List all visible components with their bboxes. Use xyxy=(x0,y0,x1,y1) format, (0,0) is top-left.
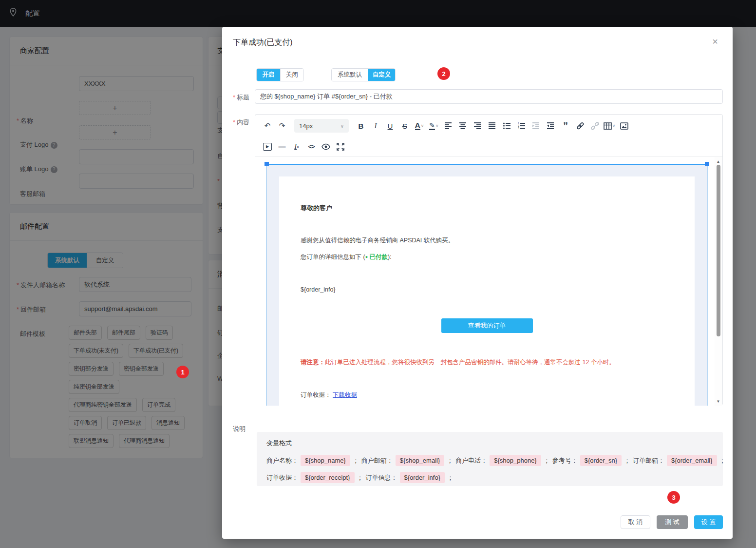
subject-label: *标题 xyxy=(233,93,249,102)
preview-details: 您订单的详细信息如下 (● 已付款): xyxy=(301,253,392,261)
scroll-up-icon[interactable]: ▲ xyxy=(715,158,722,165)
annotation-badge-2: 2 xyxy=(437,67,450,80)
download-receipt-link[interactable]: 下载收据 xyxy=(333,391,357,398)
undo-icon[interactable]: ↶ xyxy=(261,119,274,132)
horizontal-rule-icon[interactable]: — xyxy=(276,140,288,153)
font-size-select[interactable]: 14px∨ xyxy=(294,119,349,133)
rich-text-editor: ↶ ↷ 14px∨ B I U S A∨ ✎∨ 123 ” ∨ ▶ — xyxy=(255,114,723,406)
insert-table-icon[interactable]: ∨ xyxy=(603,119,616,132)
paid-dot: ● xyxy=(365,254,368,259)
variable-pill: ${shop_phone} xyxy=(490,455,541,466)
variable-text: 订单信息： xyxy=(366,473,397,482)
mode-system-default[interactable]: 系统默认 xyxy=(332,69,368,81)
editor-toolbar-row2: ▶ — Ix <> xyxy=(255,137,722,157)
variable-text: ； xyxy=(624,456,630,465)
bulleted-list-icon[interactable] xyxy=(501,119,513,132)
variable-text: ； xyxy=(544,456,550,465)
selected-email-block[interactable]: 尊敬的客户 感谢您从值得信赖的电子商务经销商 APSDAI 软代购买。 您订单的… xyxy=(266,164,708,406)
variable-text: 订单邮箱： xyxy=(633,456,664,465)
preview-notice: 请注意：此订单已进入处理流程，您将很快收到另一封包含产品密钥的邮件。请耐心等待，… xyxy=(301,358,615,367)
highlight-color-icon[interactable]: ✎∨ xyxy=(428,119,440,132)
chevron-down-icon: ∨ xyxy=(612,123,616,128)
variable-pill: ${order_sn} xyxy=(580,455,622,466)
variables-line-2: 订单收据：${order_receipt}；订单信息：${order_info}… xyxy=(266,472,454,483)
test-button[interactable]: 测 试 xyxy=(657,515,688,529)
mode-custom[interactable]: 自定义 xyxy=(368,69,395,81)
mode-toggle: 系统默认 自定义 xyxy=(331,68,396,81)
chevron-down-icon: ∨ xyxy=(421,123,424,128)
underline-icon[interactable]: U xyxy=(384,119,397,132)
variable-pill: ${order_email} xyxy=(667,455,717,466)
editor-toolbar-row1: ↶ ↷ 14px∨ B I U S A∨ ✎∨ 123 ” ∨ xyxy=(255,115,722,137)
strikethrough-icon[interactable]: S xyxy=(398,119,411,132)
chevron-down-icon: ∨ xyxy=(435,123,439,128)
enable-toggle: 开启 关闭 xyxy=(256,68,304,81)
insert-image-icon[interactable] xyxy=(618,119,630,132)
variable-text: ； xyxy=(447,473,454,482)
variable-text: ； xyxy=(357,473,363,482)
numbered-list-icon[interactable]: 123 xyxy=(515,119,528,132)
annotation-badge-1: 1 xyxy=(176,366,189,378)
toggle-off[interactable]: 关闭 xyxy=(280,69,303,81)
paid-status: 已付款 xyxy=(370,254,388,260)
editor-scrollbar[interactable]: ▲ ▼ xyxy=(715,157,722,406)
variable-pill: ${order_receipt} xyxy=(301,472,355,483)
scroll-down-icon[interactable]: ▼ xyxy=(715,398,722,405)
preview-eye-icon[interactable] xyxy=(320,140,332,153)
clear-formatting-icon[interactable]: Ix xyxy=(290,140,303,153)
modal-title: 下单成功(已支付) xyxy=(233,38,293,48)
insert-video-icon[interactable]: ▶ xyxy=(261,140,274,153)
variables-line-1: 商户名称：${shop_name}；商户邮箱：${shop_email}；商户电… xyxy=(266,455,726,466)
resize-handle-right[interactable] xyxy=(705,162,709,166)
variable-text: 参考号： xyxy=(552,456,578,465)
preview-greeting: 尊敬的客户 xyxy=(301,204,332,213)
close-icon[interactable]: × xyxy=(712,37,718,46)
variable-text: ； xyxy=(719,456,726,465)
annotation-badge-3: 3 xyxy=(667,491,680,504)
fullscreen-icon[interactable] xyxy=(334,140,347,153)
variable-text: ； xyxy=(353,456,359,465)
subject-input[interactable] xyxy=(255,89,723,104)
italic-icon[interactable]: I xyxy=(369,119,382,132)
submit-button[interactable]: 设 置 xyxy=(694,515,723,529)
variables-title: 变量格式 xyxy=(266,439,292,448)
remove-link-icon[interactable] xyxy=(588,119,601,132)
redo-icon[interactable]: ↷ xyxy=(276,119,288,132)
variable-text: 商户邮箱： xyxy=(361,456,393,465)
chevron-down-icon: ∨ xyxy=(340,123,344,129)
variable-text: 商户电话： xyxy=(455,456,487,465)
email-preview-card: 尊敬的客户 感谢您从值得信赖的电子商务经销商 APSDAI 软代购买。 您订单的… xyxy=(279,176,695,406)
bold-icon[interactable]: B xyxy=(355,119,367,132)
align-center-icon[interactable] xyxy=(457,119,470,132)
variable-text: ； xyxy=(447,456,453,465)
align-right-icon[interactable] xyxy=(472,119,484,132)
insert-link-icon[interactable] xyxy=(574,119,586,132)
scrollbar-thumb[interactable] xyxy=(717,165,720,336)
text-color-icon[interactable]: A∨ xyxy=(413,119,426,132)
indent-icon[interactable] xyxy=(545,119,557,132)
code-view-icon[interactable]: <> xyxy=(305,140,318,153)
variable-text: 订单收据： xyxy=(266,473,298,482)
variables-note-box: 变量格式 商户名称：${shop_name}；商户邮箱：${shop_email… xyxy=(257,432,723,486)
cancel-button[interactable]: 取 消 xyxy=(621,515,650,529)
resize-handle-left[interactable] xyxy=(265,162,269,166)
variable-pill: ${shop_name} xyxy=(301,455,350,466)
svg-text:3: 3 xyxy=(518,127,519,129)
align-justify-icon[interactable] xyxy=(486,119,499,132)
preview-receipt: 订单收据： 下载收据 xyxy=(301,391,357,399)
toggle-on[interactable]: 开启 xyxy=(257,69,280,81)
variable-text: 商户名称： xyxy=(266,456,298,465)
preview-thanks: 感谢您从值得信赖的电子商务经销商 APSDAI 软代购买。 xyxy=(301,236,454,245)
blockquote-icon[interactable]: ” xyxy=(559,119,572,132)
outdent-icon[interactable] xyxy=(530,119,543,132)
variable-pill: ${shop_email} xyxy=(396,455,444,466)
content-label: *内容 xyxy=(233,118,249,127)
preview-order-variable: ${order_info} xyxy=(301,286,336,293)
align-left-icon[interactable] xyxy=(442,119,455,132)
template-editor-modal: 下单成功(已支付) × 开启 关闭 系统默认 自定义 *标题 *内容 ↶ ↷ 1… xyxy=(222,27,733,539)
variable-pill: ${order_info} xyxy=(400,472,445,483)
editor-content-area[interactable]: 尊敬的客户 感谢您从值得信赖的电子商务经销商 APSDAI 软代购买。 您订单的… xyxy=(255,157,722,406)
note-label: 说明 xyxy=(233,425,246,433)
view-order-button[interactable]: 查看我的订单 xyxy=(441,318,533,333)
